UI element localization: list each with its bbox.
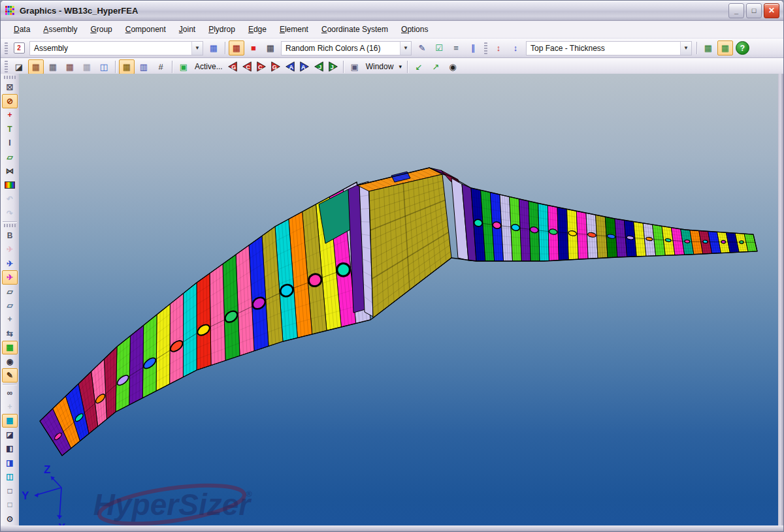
menu-element[interactable]: Element: [273, 22, 315, 37]
legend-grid-icon[interactable]: ▦: [700, 40, 716, 55]
fea-component[interactable]: [210, 264, 225, 365]
menu-edge[interactable]: Edge: [242, 22, 273, 37]
nav-a-left-button[interactable]: A: [284, 60, 297, 73]
help-button[interactable]: ?: [736, 41, 749, 55]
plane-up-icon[interactable]: ▱: [2, 285, 18, 298]
export-view-icon[interactable]: ↗: [428, 59, 444, 74]
clear-selection-icon[interactable]: ☒: [2, 80, 18, 94]
renumber-red-icon[interactable]: ↕: [491, 40, 506, 55]
ids-toggle-icon[interactable]: ▥: [136, 59, 152, 74]
aircraft-blue-icon[interactable]: ✈: [2, 257, 18, 270]
mesh-toggle-icon[interactable]: ▦: [119, 59, 135, 74]
menu-options[interactable]: Options: [395, 22, 434, 37]
back-view-cube-icon[interactable]: ◪: [2, 428, 18, 441]
wireframe-grid-icon[interactable]: ▦: [263, 40, 278, 55]
renumber-step1-icon[interactable]: ↶: [2, 192, 18, 206]
bolt-tool-icon[interactable]: B: [2, 228, 18, 242]
rigid-link-icon[interactable]: ⋈: [2, 164, 18, 178]
color-capture-icon[interactable]: ◉: [2, 354, 18, 368]
nav-c-left-button[interactable]: C: [240, 60, 253, 73]
minimize-button[interactable]: _: [728, 3, 744, 18]
paint-tool-icon[interactable]: ✎: [2, 368, 18, 382]
fea-model-view[interactable]: HyperSizer®ZYX: [19, 74, 778, 525]
nav-j-right-button[interactable]: J: [327, 60, 340, 73]
four-pane-icon[interactable]: ▦: [206, 40, 221, 55]
toolbar-grip[interactable]: [5, 61, 8, 72]
wing-model[interactable]: [40, 168, 757, 456]
toolbar-grip[interactable]: [484, 42, 487, 54]
toolbar-grip[interactable]: [4, 76, 16, 79]
solid-fill-icon[interactable]: ■: [246, 40, 261, 55]
chevron-down-icon[interactable]: ▼: [191, 42, 203, 55]
renumber-step2-icon[interactable]: ↷: [2, 206, 18, 220]
menu-plydrop[interactable]: Plydrop: [202, 22, 242, 37]
snapshot-camera-icon[interactable]: ◉: [445, 59, 461, 74]
close-button[interactable]: ✕: [764, 3, 779, 18]
chevron-down-icon[interactable]: ▼: [400, 42, 411, 55]
visibility-eye-icon[interactable]: ⊙: [2, 512, 18, 525]
color-scheme-combo[interactable]: Random Rich Colors A (16) ▼: [281, 41, 412, 55]
menu-component[interactable]: Component: [119, 22, 172, 37]
grid-snap-icon[interactable]: ▦: [2, 341, 18, 354]
ibeam-section-icon[interactable]: I: [2, 136, 18, 150]
left-view-cube-icon: ◧: [6, 445, 13, 452]
active-label[interactable]: Active...: [195, 62, 223, 71]
fit-view-icon[interactable]: ◫: [96, 59, 112, 74]
display-mode-combo[interactable]: Top Face - Thickness ▼: [526, 41, 692, 55]
filled-elements-icon[interactable]: ▦: [229, 40, 244, 55]
center-model-icon[interactable]: +: [2, 313, 18, 326]
split-view-icon[interactable]: ▦: [45, 59, 61, 74]
edit-colors-icon[interactable]: ✎: [414, 40, 430, 55]
swap-axes-icon[interactable]: ⇆: [2, 326, 18, 340]
panel-stack-icon[interactable]: ▱: [2, 150, 18, 164]
nav-g-right-button[interactable]: G: [269, 60, 282, 73]
plane-arrow-icon[interactable]: ▱: [2, 298, 18, 312]
bottom-view-cube-icon[interactable]: □: [2, 497, 18, 511]
nav-c-right-button[interactable]: C: [255, 60, 268, 73]
menu-joint[interactable]: Joint: [172, 22, 202, 37]
window-menu-label[interactable]: Window: [366, 62, 394, 71]
add-element-icon[interactable]: +: [2, 108, 18, 122]
color-options-icon[interactable]: ☑: [431, 40, 447, 55]
nav-g-left-button[interactable]: G: [226, 60, 239, 73]
crosshair-icon[interactable]: +: [2, 399, 18, 413]
dual-view-icon[interactable]: ▦: [62, 59, 78, 74]
shaded-view-icon[interactable]: ◪: [11, 59, 27, 74]
window-icon[interactable]: ▣: [347, 59, 363, 74]
beam-tool-icon[interactable]: T: [2, 122, 18, 136]
maximize-button[interactable]: □: [746, 3, 762, 18]
toolbar-grip[interactable]: [5, 42, 8, 54]
chevron-down-icon[interactable]: ▾: [399, 63, 402, 70]
numbers-toggle-icon[interactable]: #: [153, 59, 169, 74]
list-view-icon[interactable]: ≡: [448, 40, 464, 55]
legend-grid-active-icon[interactable]: ▦: [717, 40, 733, 55]
aircraft-color-icon[interactable]: ✈: [2, 270, 18, 284]
top-view-cube-icon[interactable]: ◫: [2, 469, 18, 483]
assembly-combo[interactable]: Assembly ▼: [29, 41, 203, 55]
menu-data[interactable]: Data: [7, 22, 37, 37]
left-view-cube-icon[interactable]: ◧: [2, 442, 18, 456]
light-view-icon: ▦: [83, 63, 91, 71]
no-sketch-icon[interactable]: ⊘: [2, 94, 18, 108]
front-view-cube-icon[interactable]: □: [2, 484, 18, 497]
nav-a-right-button[interactable]: A: [298, 60, 311, 73]
graphics-viewport[interactable]: HyperSizer®ZYX: [19, 74, 778, 525]
iso-view-cube-icon[interactable]: ▩: [2, 414, 18, 428]
aircraft-faded-icon[interactable]: ✈: [2, 243, 18, 257]
import-view-icon[interactable]: ↙: [411, 59, 427, 74]
chevron-down-icon[interactable]: ▼: [680, 42, 691, 55]
menu-coordinate-system[interactable]: Coordinate System: [315, 22, 395, 37]
quad-view-icon[interactable]: ▦: [28, 59, 44, 74]
menu-group[interactable]: Group: [84, 22, 118, 37]
active-set-icon[interactable]: ▣: [176, 59, 191, 74]
column-stats-icon[interactable]: ∥: [465, 40, 481, 55]
right-view-cube-icon[interactable]: ◨: [2, 456, 18, 469]
renumber-blue-icon[interactable]: ↕: [508, 40, 523, 55]
component-2d-icon[interactable]: 2: [11, 40, 27, 55]
inspect-glasses-icon[interactable]: ∞: [2, 386, 18, 399]
nav-j-left-button[interactable]: J: [312, 60, 325, 73]
toolbar-grip[interactable]: [4, 224, 16, 227]
light-view-icon[interactable]: ▦: [79, 59, 95, 74]
menu-assembly[interactable]: Assembly: [37, 22, 84, 37]
contour-legend-icon[interactable]: [2, 178, 18, 192]
